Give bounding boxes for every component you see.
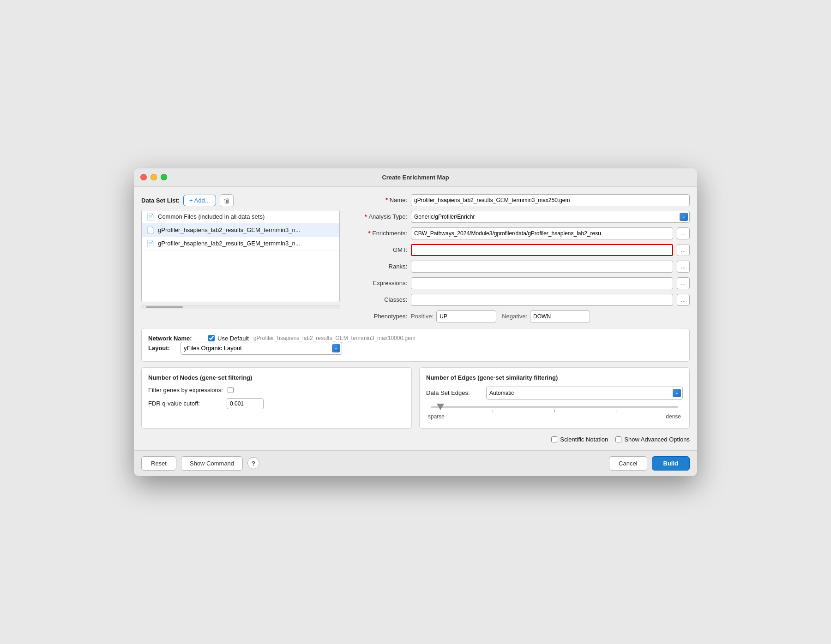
dataset-list-label: Data Set List: [141, 197, 180, 204]
window-title: Create Enrichment Map [382, 174, 449, 181]
edge-filter-title: Number of Edges (gene-set similarity fil… [426, 374, 683, 381]
slider-sparse-label: sparse [428, 413, 445, 420]
scientific-notation-checkbox[interactable] [551, 436, 557, 442]
list-item[interactable]: 📄 gProfiler_hsapiens_lab2_results_GEM_te… [142, 237, 339, 250]
dataset-item-label: Common Files (included in all data sets) [158, 213, 265, 220]
phenotypes-row: Phenotypes: Positive: Negative: [347, 310, 690, 322]
scientific-notation-option: Scientific Notation [551, 436, 608, 443]
analysis-type-select[interactable]: Generic/gProfiler/Enrichr [411, 211, 690, 223]
slider-tick [678, 410, 678, 412]
slider-track [431, 406, 678, 408]
use-default-label: Use Default [217, 335, 249, 342]
edge-filter-box: Number of Edges (gene-set similarity fil… [419, 367, 690, 429]
positive-label: Positive: [411, 313, 434, 320]
negative-label: Negative: [502, 313, 527, 320]
dataset-header: Data Set List: + Add... 🗑 [141, 194, 340, 207]
bottom-right-buttons: Cancel Build [609, 456, 690, 471]
expressions-input[interactable] [411, 277, 673, 289]
classes-input[interactable] [411, 294, 673, 306]
document-icon: 📄 [146, 213, 154, 221]
scientific-notation-label: Scientific Notation [560, 436, 608, 443]
gmt-label: GMT: [347, 246, 407, 253]
slider-thumb [437, 404, 444, 410]
analysis-type-label: Analysis Type: [347, 213, 407, 220]
slider-tick [493, 410, 493, 412]
similarity-slider-wrapper[interactable]: sparse dense [426, 406, 683, 420]
layout-label: Layout: [148, 345, 176, 352]
horizontal-scrollbar[interactable] [141, 305, 340, 309]
gmt-browse-button[interactable]: ... [677, 244, 690, 256]
analysis-type-select-wrapper: Generic/gProfiler/Enrichr [411, 211, 690, 223]
dataset-item-label: gProfiler_hsapiens_lab2_results_GEM_term… [158, 227, 301, 233]
close-button[interactable] [140, 174, 147, 180]
use-default-wrapper: Use Default [208, 335, 249, 342]
name-row: Name: [347, 194, 690, 206]
gmt-row: GMT: ... [347, 244, 690, 256]
ranks-browse-button[interactable]: ... [677, 261, 690, 273]
form-panel: Name: Analysis Type: Generic/gProfiler/E… [347, 194, 690, 322]
classes-label: Classes: [347, 296, 407, 303]
delete-dataset-button[interactable]: 🗑 [220, 194, 234, 207]
titlebar: Create Enrichment Map [134, 168, 697, 187]
reset-button[interactable]: Reset [141, 456, 176, 471]
gmt-input[interactable] [411, 244, 673, 256]
bottom-bar: Reset Show Command ? Cancel Build [134, 450, 697, 476]
help-button[interactable]: ? [247, 457, 259, 469]
layout-select[interactable]: yFiles Organic Layout [181, 342, 342, 355]
options-row: Scientific Notation Show Advanced Option… [141, 436, 690, 443]
edges-select[interactable]: Automatic [486, 387, 683, 400]
enrichments-label: Enrichments: [347, 230, 407, 237]
analysis-type-row: Analysis Type: Generic/gProfiler/Enrichr [347, 211, 690, 223]
minimize-button[interactable] [151, 174, 157, 180]
node-filter-box: Number of Nodes (gene-set filtering) Fil… [141, 367, 412, 429]
enrichments-browse-button[interactable]: ... [677, 227, 690, 239]
build-button[interactable]: Build [652, 456, 690, 471]
enrichments-input[interactable] [411, 227, 673, 239]
layout-select-wrapper: yFiles Organic Layout [181, 342, 342, 355]
show-advanced-checkbox[interactable] [615, 436, 621, 442]
document-icon: 📄 [146, 240, 154, 247]
slider-tick [616, 410, 616, 412]
top-section: Data Set List: + Add... 🗑 📄 Common Files… [141, 194, 690, 322]
network-default-text: gProfiler_hsapiens_lab2_results_GEM_term… [253, 335, 416, 341]
ranks-input[interactable] [411, 261, 673, 273]
cancel-button[interactable]: Cancel [609, 456, 647, 471]
node-filter-title: Number of Nodes (gene-set filtering) [148, 374, 405, 381]
slider-ticks [431, 410, 678, 412]
data-set-edges-row: Data Set Edges: Automatic [426, 387, 683, 400]
negative-phenotype-input[interactable] [530, 310, 590, 322]
slider-labels: sparse dense [428, 413, 681, 420]
phenotypes-inputs: Positive: Negative: [411, 310, 590, 322]
positive-phenotype-input[interactable] [436, 310, 496, 322]
network-name-label: Network Name: [148, 335, 204, 342]
name-input[interactable] [411, 194, 690, 206]
slider-dense-label: dense [666, 413, 681, 420]
fdr-row: FDR q-value cutoff: [148, 398, 405, 409]
fdr-label: FDR q-value cutoff: [148, 400, 222, 407]
negative-phenotype-group: Negative: [502, 310, 590, 322]
main-content: Data Set List: + Add... 🗑 📄 Common Files… [134, 187, 697, 450]
dataset-list[interactable]: 📄 Common Files (included in all data set… [141, 210, 340, 302]
maximize-button[interactable] [161, 174, 167, 180]
scrollbar-thumb [146, 306, 183, 308]
use-default-checkbox[interactable] [208, 335, 215, 341]
list-item[interactable]: 📄 Common Files (included in all data set… [142, 210, 339, 224]
traffic-lights [140, 174, 167, 180]
expressions-row: Expressions: ... [347, 277, 690, 289]
expressions-browse-button[interactable]: ... [677, 277, 690, 289]
expressions-label: Expressions: [347, 280, 407, 286]
network-section: Network Name: Use Default gProfiler_hsap… [141, 328, 690, 362]
list-item[interactable]: 📄 gProfiler_hsapiens_lab2_results_GEM_te… [142, 224, 339, 237]
show-advanced-label: Show Advanced Options [624, 436, 690, 443]
filter-genes-row: Filter genes by expressions: [148, 387, 405, 394]
add-dataset-button[interactable]: + Add... [183, 195, 216, 206]
filter-genes-checkbox[interactable] [228, 387, 234, 393]
fdr-input[interactable] [227, 398, 264, 409]
data-set-edges-label: Data Set Edges: [426, 389, 482, 396]
main-window: Create Enrichment Map Data Set List: + A… [134, 168, 697, 476]
classes-browse-button[interactable]: ... [677, 294, 690, 306]
name-label: Name: [347, 197, 407, 203]
enrichments-row: Enrichments: ... [347, 227, 690, 239]
slider-tick [554, 410, 555, 412]
show-command-button[interactable]: Show Command [181, 456, 243, 471]
